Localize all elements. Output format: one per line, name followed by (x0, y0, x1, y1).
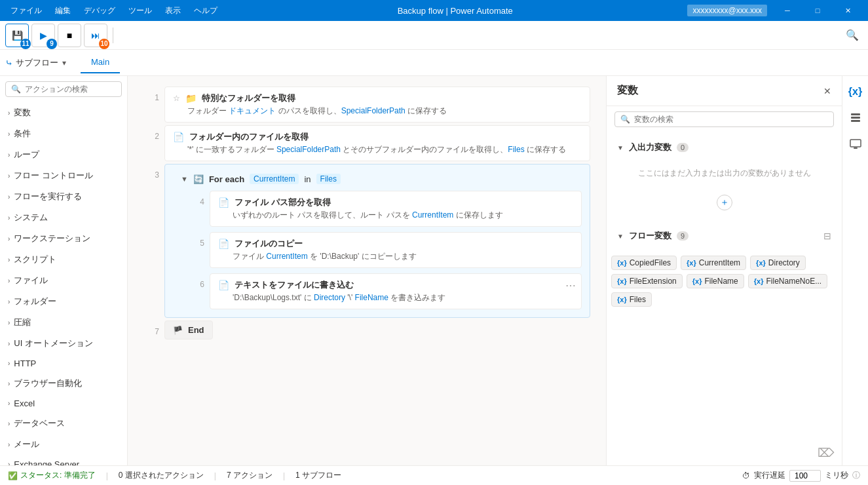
action-card-6[interactable]: ⋯ 📄 テキストをファイルに書き込む 'D:\Backup\Logs.txt' … (210, 273, 582, 309)
foreach-body: 4 📄 ファイル パス部分を取得 いずれかのルート パスを取得して、ルート パス… (189, 191, 582, 309)
var-label: FileExtension (630, 277, 677, 286)
action-desc-5: ファイル CurrentItem を 'D:\Backup' にコピーします (218, 251, 573, 262)
collapse-icon[interactable]: ▼ (181, 175, 188, 183)
var-icon: {x} (687, 259, 696, 267)
sidebar-item-loops[interactable]: › ループ (0, 144, 127, 165)
svg-rect-1 (851, 117, 860, 119)
sidebar-item-exchange[interactable]: › Exchange Server (0, 455, 127, 465)
sidebar-item-variables[interactable]: › 変数 (0, 102, 127, 123)
end-card[interactable]: 🏴 End (164, 320, 213, 340)
flow-section-header[interactable]: ▼ フロー変数 9 ⊟ (614, 226, 834, 246)
sidebar-item-label: スクリプト (14, 254, 56, 265)
menu-edit[interactable]: 編集 (50, 3, 76, 19)
doc-keyword: ドキュメント (229, 106, 276, 115)
menu-tools[interactable]: ツール (123, 3, 157, 19)
sidebar-item-label: Excel (14, 398, 35, 408)
chevron-right-icon: › (8, 400, 10, 407)
info-icon[interactable]: ⓘ (852, 470, 860, 481)
io-section-header[interactable]: ▼ 入出力変数 0 (614, 138, 834, 157)
more-options-button[interactable]: ⋯ (565, 279, 576, 292)
sidebar-search-box[interactable]: 🔍 (5, 81, 122, 97)
action-number-7: 7 (143, 320, 159, 336)
action-desc-6: 'D:\Backup\Logs.txt' に Directory '\' Fil… (218, 292, 573, 303)
menu-view[interactable]: 表示 (160, 3, 186, 19)
var-chip-filenamenoext[interactable]: {x} FileNameNoE... (748, 274, 827, 288)
tab-main[interactable]: Main (81, 52, 120, 73)
exec-delay-icon: ⏱ (742, 471, 750, 480)
var-icon: {x} (754, 277, 764, 285)
action-card-4[interactable]: 📄 ファイル パス部分を取得 いずれかのルート パスを取得して、ルート パスを … (210, 191, 582, 227)
variables-header: 変数 ✕ (607, 76, 842, 106)
canvas-search-button[interactable]: 🔍 (842, 25, 863, 46)
monitor-button[interactable] (845, 134, 866, 155)
menu-debug[interactable]: デバッグ (79, 3, 121, 19)
subflow-icon: ⤷ (5, 58, 13, 68)
save-button[interactable]: 💾 11 (5, 24, 29, 47)
menu-file[interactable]: ファイル (5, 3, 47, 19)
var-chip-directory[interactable]: {x} Directory (750, 256, 806, 270)
chevron-right-icon: › (8, 340, 10, 347)
filter-icon[interactable]: ⊟ (823, 231, 831, 241)
minimize-button[interactable]: ─ (772, 0, 802, 21)
subflow-dropdown[interactable]: ▾ (61, 57, 67, 69)
save-icon: 💾 (12, 30, 23, 41)
sidebar-search-input[interactable] (25, 85, 116, 94)
sidebar-item-excel[interactable]: › Excel (0, 394, 127, 413)
status-bar: ✅ スタータス: 準備完了 | 0 選択されたアクション | 7 アクション |… (0, 465, 868, 485)
action-number-1: 1 (143, 87, 159, 102)
var-chip-copiedfiles[interactable]: {x} CopiedFiles (611, 256, 677, 270)
action-desc-4: いずれかのルート パスを取得して、ルート パスを CurrentItem に保存… (218, 210, 573, 221)
action-card-2[interactable]: 📄 フォルダー内のファイルを取得 '*' に一致するフォルダー SpecialF… (164, 125, 590, 161)
action-card-1[interactable]: ☆ 📁 特別なフォルダーを取得 フォルダー ドキュメント のパスを取得し、Spe… (164, 87, 590, 123)
sidebar-item-workstation[interactable]: › ワークステーション (0, 228, 127, 249)
expressions-button[interactable]: {x} (845, 81, 866, 102)
foreach-card[interactable]: ▼ 🔄 For each CurrentItem in Files 4 (164, 164, 590, 318)
sidebar-item-run-flow[interactable]: › フローを実行する (0, 186, 127, 207)
var-label: Files (630, 295, 646, 304)
var-chip-fileextension[interactable]: {x} FileExtension (611, 274, 683, 288)
action-row-4: 4 📄 ファイル パス部分を取得 いずれかのルート パスを取得して、ルート パス… (189, 191, 582, 229)
menu-help[interactable]: ヘルプ (189, 3, 223, 19)
close-button[interactable]: ✕ (833, 0, 863, 21)
chevron-right-icon: › (8, 277, 10, 284)
var-chip-currentitem[interactable]: {x} CurrentItem (681, 256, 746, 270)
run-button[interactable]: ▶ 9 (31, 24, 55, 47)
sidebar-item-email[interactable]: › メール (0, 434, 127, 455)
variables-search-input[interactable] (634, 115, 828, 124)
sidebar-item-ui-automation[interactable]: › UI オートメーション (0, 333, 127, 354)
sidebar-item-conditions[interactable]: › 条件 (0, 123, 127, 144)
var-chip-files[interactable]: {x} Files (611, 292, 652, 307)
assets-button[interactable] (845, 107, 866, 128)
exec-delay-label: 実行遅延 (754, 470, 785, 481)
sidebar-item-browser[interactable]: › ブラウザー自動化 (0, 373, 127, 394)
loop-icon: 🔄 (193, 174, 204, 184)
chevron-right-icon: › (8, 109, 10, 117)
variables-close-button[interactable]: ✕ (823, 86, 831, 96)
sidebar-item-files[interactable]: › ファイル (0, 270, 127, 291)
eraser-icon[interactable]: ⌦ (818, 446, 834, 460)
flow-variables-section: ▼ フロー変数 9 ⊟ (607, 221, 842, 251)
sidebar-item-label: 条件 (14, 128, 31, 140)
sidebar-item-scripts[interactable]: › スクリプト (0, 249, 127, 270)
chevron-right-icon: › (8, 461, 10, 465)
toolbar-separator (113, 28, 113, 43)
sidebar-item-system[interactable]: › システム (0, 207, 127, 228)
sidebar-item-flow-control[interactable]: › フロー コントロール (0, 165, 127, 186)
window-controls: ─ □ ✕ (772, 0, 863, 21)
sidebar-item-label: ワークステーション (14, 233, 90, 244)
variables-search-box[interactable]: 🔍 (614, 111, 834, 127)
sidebar-item-http[interactable]: › HTTP (0, 354, 127, 373)
io-count-badge: 0 (677, 143, 689, 152)
sidebar-item-compression[interactable]: › 圧縮 (0, 312, 127, 333)
var-chip-filename[interactable]: {x} FileName (687, 274, 744, 288)
exec-delay-input[interactable] (789, 470, 821, 482)
sidebar-item-database[interactable]: › データベース (0, 413, 127, 434)
maximize-button[interactable]: □ (802, 0, 833, 21)
action-card-5[interactable]: 📄 ファイルのコピー ファイル CurrentItem を 'D:\Backup… (210, 232, 582, 268)
stop-button[interactable]: ■ (58, 24, 81, 47)
action-row-5: 5 📄 ファイルのコピー ファイル CurrentItem を 'D:\Back… (189, 232, 582, 271)
io-variables-section: ▼ 入出力変数 0 ここにはまだ入力または出力の変数がありません ＋ (607, 132, 842, 221)
sidebar-item-folders[interactable]: › フォルダー (0, 291, 127, 312)
add-io-variable-button[interactable]: ＋ (717, 195, 732, 210)
step-button[interactable]: ⏭ 10 (84, 24, 107, 47)
